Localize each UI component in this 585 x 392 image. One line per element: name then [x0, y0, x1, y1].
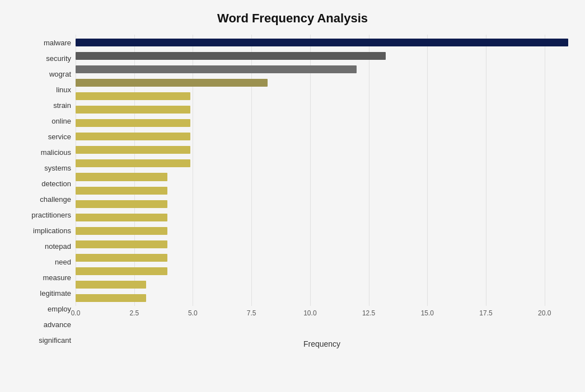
- chart-area: malwaresecuritywogratlinuxstrainonlinese…: [17, 35, 568, 348]
- bar-row: [76, 49, 568, 63]
- bar-row: [76, 143, 568, 157]
- y-label: measure: [43, 274, 71, 281]
- y-label: malicious: [41, 149, 71, 156]
- y-labels: malwaresecuritywogratlinuxstrainonlinese…: [17, 35, 76, 348]
- bar-row: [76, 130, 568, 143]
- bar-row: [76, 157, 568, 170]
- bar: [76, 159, 190, 167]
- bar: [76, 267, 167, 275]
- chart-container: Word Frequency Analysis malwaresecurityw…: [0, 0, 585, 392]
- bar-row: [76, 184, 568, 197]
- bar-row: [76, 238, 568, 251]
- grid-and-bars: [76, 35, 568, 306]
- y-label: detection: [41, 180, 71, 187]
- x-tick: 5.0: [188, 309, 198, 317]
- bar-row: [76, 36, 568, 49]
- y-label: linux: [56, 86, 71, 93]
- x-tick: 2.5: [129, 309, 139, 317]
- x-tick: 15.0: [421, 309, 434, 317]
- x-tick: 20.0: [538, 309, 551, 317]
- y-label: challenge: [40, 196, 71, 203]
- y-label: significant: [39, 337, 71, 344]
- bar-row: [76, 103, 568, 116]
- x-tick: 7.5: [247, 309, 256, 317]
- bar-row: [76, 116, 568, 130]
- x-tick: 0.0: [71, 309, 81, 317]
- y-label: systems: [44, 164, 71, 172]
- bar: [76, 294, 146, 302]
- x-tick: 17.5: [479, 309, 492, 317]
- y-label: notepad: [45, 243, 71, 250]
- bar: [76, 39, 568, 46]
- y-label: wograt: [49, 70, 71, 78]
- bar: [76, 65, 357, 73]
- y-label: legitimate: [40, 290, 71, 297]
- bar-row: [76, 211, 568, 224]
- y-label: need: [55, 258, 71, 266]
- bar-row: [76, 89, 568, 103]
- bar-row: [76, 265, 568, 278]
- y-label: employ: [48, 305, 71, 313]
- bar: [76, 146, 190, 154]
- x-axis-title: Frequency: [76, 339, 568, 348]
- bar: [76, 227, 167, 235]
- bar: [76, 281, 146, 289]
- bar: [76, 133, 190, 140]
- x-tick: 12.5: [362, 309, 375, 317]
- bar: [76, 173, 167, 181]
- bar-row: [76, 63, 568, 76]
- y-label: malware: [44, 39, 71, 46]
- bars-wrapper: [76, 35, 568, 306]
- bar: [76, 214, 167, 221]
- chart-title: Word Frequency Analysis: [17, 11, 568, 26]
- x-axis: 0.02.55.07.510.012.515.017.520.0: [76, 306, 568, 324]
- y-label: implications: [33, 227, 71, 234]
- bar: [76, 240, 167, 248]
- y-label: security: [46, 55, 71, 62]
- bar-row: [76, 170, 568, 183]
- bar-row: [76, 278, 568, 291]
- bar: [76, 200, 167, 208]
- y-label: online: [52, 117, 71, 125]
- bar-row: [76, 197, 568, 211]
- bar-row: [76, 224, 568, 238]
- bar-row: [76, 251, 568, 265]
- bar-row: [76, 291, 568, 305]
- bar: [76, 119, 190, 127]
- y-label: strain: [53, 102, 71, 109]
- bar-row: [76, 76, 568, 89]
- bar: [76, 187, 167, 195]
- bar: [76, 79, 268, 87]
- x-tick: 10.0: [303, 309, 316, 317]
- y-label: practitioners: [31, 211, 71, 219]
- bars-and-grid: 0.02.55.07.510.012.515.017.520.0 Frequen…: [76, 35, 568, 348]
- y-label: advance: [44, 321, 71, 328]
- bar: [76, 52, 386, 60]
- bar: [76, 92, 190, 100]
- bar: [76, 106, 190, 114]
- bar: [76, 254, 167, 262]
- y-label: service: [48, 133, 71, 140]
